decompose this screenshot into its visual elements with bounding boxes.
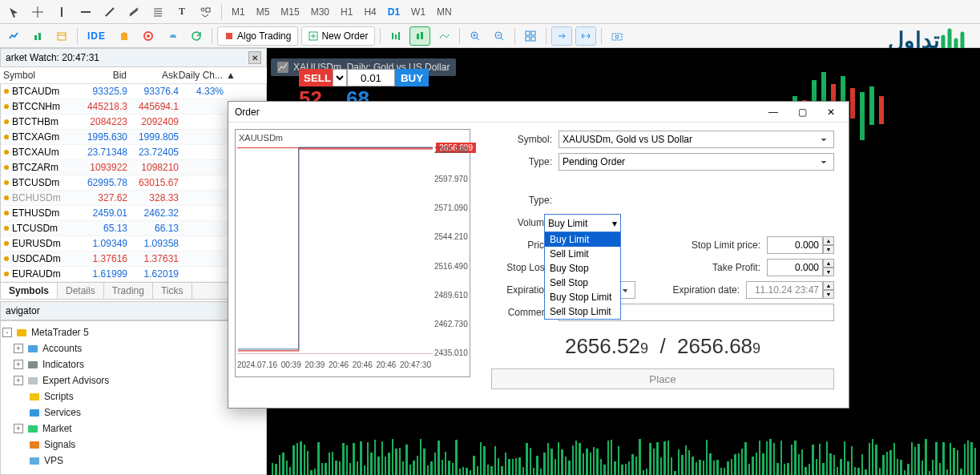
vline-icon[interactable] bbox=[51, 2, 72, 22]
camera-icon[interactable] bbox=[607, 26, 627, 46]
market-watch-row[interactable]: BTCTHBm20842232092409 bbox=[1, 115, 266, 130]
market-watch-row[interactable]: BTCUSDm62995.7863015.67 bbox=[1, 175, 266, 191]
timeframe-m15[interactable]: M15 bbox=[276, 2, 304, 22]
scroll-icon[interactable] bbox=[575, 26, 596, 46]
pending-type-option[interactable]: Buy Stop Limit bbox=[545, 290, 620, 304]
nav-item-metatrader-5[interactable]: -MetaTrader 5 bbox=[2, 324, 264, 340]
collapse-icon[interactable]: - bbox=[2, 328, 12, 337]
nav-item-signals[interactable]: Signals bbox=[2, 437, 264, 453]
nav-item-indicators[interactable]: +Indicators bbox=[2, 356, 264, 372]
cursor-icon[interactable] bbox=[3, 2, 24, 22]
text-icon[interactable]: T bbox=[171, 2, 192, 22]
candles-icon[interactable] bbox=[409, 26, 430, 46]
new-order-button[interactable]: New Order bbox=[301, 26, 375, 46]
timeframe-h4[interactable]: H4 bbox=[359, 2, 381, 22]
expand-icon[interactable]: + bbox=[14, 424, 23, 433]
calendar-icon[interactable] bbox=[51, 26, 72, 46]
timeframe-h1[interactable]: H1 bbox=[336, 2, 357, 22]
market-watch-row[interactable]: BTCXAGm1995.6301999.805 bbox=[1, 130, 266, 145]
market-watch-row[interactable]: LTCUSDm65.1366.13 bbox=[1, 221, 266, 236]
close-icon[interactable]: ✕ bbox=[248, 51, 261, 64]
nav-item-scripts[interactable]: Scripts bbox=[2, 388, 264, 405]
mw-tab-ticks[interactable]: Ticks bbox=[153, 283, 192, 299]
signals-icon[interactable] bbox=[138, 26, 159, 46]
expand-icon[interactable]: + bbox=[14, 360, 23, 369]
expand-icon[interactable]: + bbox=[14, 344, 23, 353]
timeframe-d1[interactable]: D1 bbox=[383, 2, 405, 22]
mw-tab-trading[interactable]: Trading bbox=[104, 283, 153, 299]
pending-type-option[interactable]: Buy Stop bbox=[545, 261, 620, 276]
market-watch-row[interactable]: USDCADm1.376161.37631 bbox=[1, 252, 266, 267]
zoom-in-icon[interactable] bbox=[465, 26, 486, 46]
market-watch-row[interactable]: EURUSDm1.093491.09358 bbox=[1, 236, 266, 252]
algo-trading-button[interactable]: Algo Trading bbox=[217, 26, 298, 46]
vps-icon[interactable] bbox=[162, 26, 183, 46]
market-watch-row[interactable]: EURAUDm1.619991.62019 bbox=[1, 267, 266, 282]
vol-dd[interactable] bbox=[333, 69, 347, 87]
zoom-out-icon[interactable] bbox=[489, 26, 510, 46]
pending-type-option[interactable]: Buy Limit bbox=[545, 232, 620, 247]
nav-item-market[interactable]: +Market bbox=[2, 421, 264, 437]
pending-type-option[interactable]: Sell Limit bbox=[545, 247, 620, 261]
line-icon[interactable] bbox=[434, 26, 454, 46]
hline-icon[interactable] bbox=[75, 2, 96, 22]
bars-icon[interactable] bbox=[385, 26, 406, 46]
market-watch-row[interactable]: ETHUSDm2459.012462.32 bbox=[1, 206, 266, 221]
spin-up[interactable]: ▲ bbox=[823, 236, 834, 245]
dialog-titlebar[interactable]: Order — ▢ ✕ bbox=[228, 102, 849, 123]
nav-item-expert-advisors[interactable]: +Expert Advisors bbox=[2, 372, 264, 388]
svg-point-0 bbox=[201, 8, 204, 11]
nav-item-services[interactable]: Services bbox=[2, 405, 264, 421]
ide-button[interactable]: IDE bbox=[83, 26, 111, 46]
pending-type-option[interactable]: Sell Stop Limit bbox=[545, 304, 620, 319]
chart-style-icon[interactable] bbox=[27, 26, 48, 46]
market-watch-row[interactable]: BTCAUDm93325.993376.44.33% bbox=[1, 84, 266, 99]
buy-button[interactable]: BUY bbox=[395, 69, 429, 87]
fib-icon[interactable] bbox=[147, 2, 168, 22]
tile-icon[interactable] bbox=[520, 26, 541, 46]
channel-icon[interactable] bbox=[123, 2, 144, 22]
expdate-input[interactable] bbox=[746, 281, 823, 299]
pending-type-dropdown[interactable]: Buy Limit▾ Buy LimitSell LimitBuy StopSe… bbox=[544, 214, 621, 320]
market-watch-row[interactable]: BTCCNHm445218.3445694.1 bbox=[1, 99, 266, 115]
spin-down[interactable]: ▼ bbox=[823, 268, 834, 276]
timeframe-m30[interactable]: M30 bbox=[306, 2, 334, 22]
separator bbox=[514, 28, 515, 44]
volume-input[interactable] bbox=[347, 69, 395, 87]
mw-tab-symbols[interactable]: Symbols bbox=[1, 283, 58, 299]
mw-tab-details[interactable]: Details bbox=[58, 283, 104, 299]
spin-down[interactable]: ▼ bbox=[823, 245, 834, 254]
order-type-select[interactable]: Pending Order bbox=[559, 153, 834, 171]
symbol-select[interactable]: XAUUSDm, Gold vs US Dollar bbox=[559, 131, 834, 148]
shift-icon[interactable] bbox=[551, 26, 572, 46]
takeprofit-input[interactable] bbox=[767, 259, 823, 276]
spin-down[interactable]: ▼ bbox=[823, 290, 834, 299]
crosshair-icon[interactable] bbox=[27, 2, 48, 22]
timeframe-w1[interactable]: W1 bbox=[406, 2, 430, 22]
place-button[interactable]: Place bbox=[491, 368, 834, 389]
chart-dropdown-icon[interactable] bbox=[3, 26, 24, 46]
pending-type-selected[interactable]: Buy Limit▾ bbox=[545, 215, 620, 232]
dot-icon bbox=[4, 226, 9, 231]
timeframe-mn[interactable]: MN bbox=[432, 2, 457, 22]
stoplimit-input[interactable] bbox=[767, 236, 823, 254]
expand-icon[interactable]: + bbox=[14, 376, 23, 385]
trendline-icon[interactable] bbox=[99, 2, 120, 22]
objects-icon[interactable] bbox=[196, 2, 216, 22]
close-icon[interactable]: ✕ bbox=[820, 104, 842, 120]
market-icon[interactable] bbox=[114, 26, 135, 46]
spin-up[interactable]: ▲ bbox=[823, 281, 834, 290]
market-watch-row[interactable]: BCHUSDm327.62328.33 bbox=[1, 191, 266, 206]
maximize-icon[interactable]: ▢ bbox=[791, 104, 813, 120]
market-watch-row[interactable]: BTCXAUm23.7134823.72405 bbox=[1, 145, 266, 160]
timeframe-m5[interactable]: M5 bbox=[252, 2, 275, 22]
minimize-icon[interactable]: — bbox=[762, 104, 784, 120]
nav-item-vps[interactable]: VPS bbox=[2, 453, 264, 469]
refresh-icon[interactable] bbox=[186, 26, 207, 46]
timeframe-m1[interactable]: M1 bbox=[227, 2, 250, 22]
nav-item-accounts[interactable]: +Accounts bbox=[2, 340, 264, 356]
market-watch-row[interactable]: BTCZARm10939221098210 bbox=[1, 160, 266, 175]
spin-up[interactable]: ▲ bbox=[823, 259, 834, 268]
pending-type-option[interactable]: Sell Stop bbox=[545, 276, 620, 290]
sell-button[interactable]: SELL bbox=[299, 69, 333, 87]
